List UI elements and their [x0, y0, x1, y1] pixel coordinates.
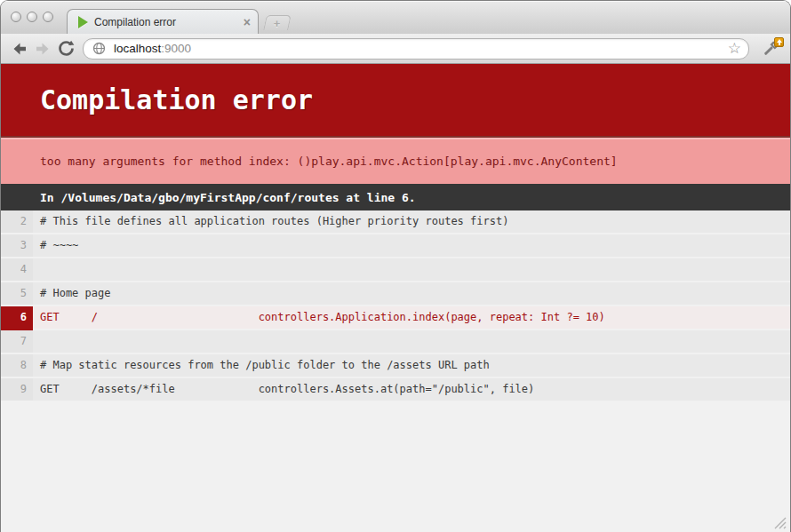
close-window-button[interactable]: [11, 12, 21, 22]
url-text[interactable]: localhost:9000: [114, 42, 728, 55]
tab-strip: Compilation error × +: [1, 1, 790, 34]
new-tab-button[interactable]: +: [263, 15, 292, 30]
resize-grip-icon[interactable]: [772, 515, 787, 529]
navigation-toolbar: localhost:9000 ☆: [1, 34, 790, 64]
line-number: 2: [1, 210, 33, 234]
up-arrow-stem: [779, 42, 780, 45]
wrench-menu-button[interactable]: [758, 37, 783, 60]
code-line-row: 5# Home page: [1, 282, 790, 306]
line-text: GET / controllers.Application.index(page…: [33, 306, 790, 330]
forward-arrow-icon: [34, 40, 52, 58]
url-host: localhost: [114, 42, 161, 55]
bookmark-star-icon[interactable]: ☆: [728, 41, 741, 56]
address-bar[interactable]: localhost:9000 ☆: [83, 38, 749, 60]
code-line-row: 7: [1, 330, 790, 354]
error-message: too many arguments for method index: ()p…: [1, 136, 790, 184]
code-line-row: 8# Map static resources from the /public…: [1, 354, 790, 378]
browser-window: Compilation error × +: [0, 0, 791, 532]
line-text: [33, 330, 790, 354]
play-framework-favicon-icon: [78, 16, 88, 28]
reload-icon: [57, 39, 76, 58]
tab-close-icon[interactable]: ×: [244, 16, 251, 28]
tab-compilation-error[interactable]: Compilation error ×: [67, 9, 259, 34]
globe-icon[interactable]: [92, 41, 107, 56]
code-line-row: 3# ~~~~: [1, 234, 790, 258]
reload-button[interactable]: [54, 37, 77, 60]
back-arrow-icon: [11, 40, 28, 58]
back-button[interactable]: [8, 37, 31, 60]
line-number: 4: [1, 258, 33, 282]
error-page: Compilation error too many arguments for…: [1, 64, 790, 532]
error-location: In /Volumes/Data/gbo/myFirstApp/conf/rou…: [1, 184, 790, 210]
line-text: # Map static resources from the /public …: [33, 354, 790, 378]
line-text: # ~~~~: [33, 234, 790, 258]
line-number: 3: [1, 234, 33, 258]
code-line-row: 6GET / controllers.Application.index(pag…: [1, 306, 790, 330]
code-line-row: 2# This file defines all application rou…: [1, 210, 790, 234]
tab-title: Compilation error: [94, 16, 244, 28]
code-line-row: 4: [1, 258, 790, 282]
zoom-window-button[interactable]: [43, 12, 53, 22]
plus-icon: +: [274, 17, 281, 30]
line-number: 6: [1, 306, 33, 330]
line-number: 5: [1, 282, 33, 306]
code-listing: 2# This file defines all application rou…: [1, 210, 790, 402]
forward-button[interactable]: [31, 37, 54, 60]
url-port: :9000: [161, 42, 191, 55]
line-text: [33, 258, 790, 282]
line-text: # This file defines all application rout…: [33, 210, 790, 234]
line-number: 8: [1, 354, 33, 378]
window-controls: [11, 12, 53, 22]
line-text: # Home page: [33, 282, 790, 306]
code-line-row: 9GET /assets/*file controllers.Assets.at…: [1, 378, 790, 402]
page-title: Compilation error: [1, 64, 790, 136]
line-number: 7: [1, 330, 33, 354]
update-badge: [774, 37, 784, 47]
minimize-window-button[interactable]: [27, 12, 37, 22]
line-number: 9: [1, 378, 33, 402]
line-text: GET /assets/*file controllers.Assets.at(…: [33, 378, 790, 402]
